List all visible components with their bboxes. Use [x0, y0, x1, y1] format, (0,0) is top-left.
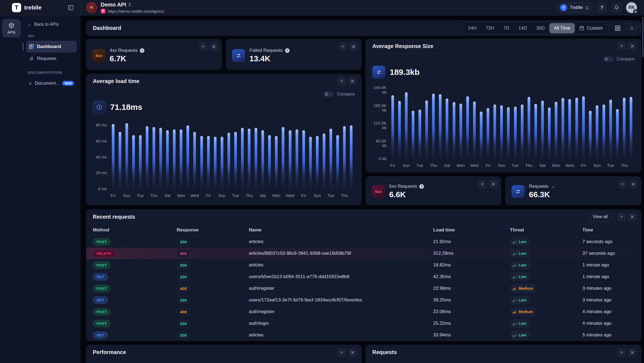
threat-level-icon: [513, 240, 516, 244]
move-widget-button[interactable]: [617, 42, 626, 50]
back-to-apis-link[interactable]: ← Back to APIs: [26, 21, 77, 28]
request-time: 4 minutes ago: [582, 309, 635, 314]
swap-arrows-icon: [515, 189, 521, 195]
main-content: Dashboard 24H72H7D14D30DAll Time Custom …: [80, 15, 644, 363]
x-tick-label: Sat: [164, 193, 171, 198]
compare-toggle[interactable]: [324, 91, 334, 97]
move-widget-button[interactable]: [337, 348, 346, 357]
bar-column: [334, 119, 341, 189]
close-widget-button[interactable]: [349, 42, 358, 51]
workspace-switcher[interactable]: T Treblle: [558, 2, 592, 13]
close-widget-button[interactable]: [628, 212, 637, 221]
close-widget-button[interactable]: [348, 77, 357, 85]
range-button-all-time[interactable]: All Time: [549, 23, 575, 33]
bar-column: [321, 119, 327, 189]
request-row[interactable]: POST200articles21.92msLow7 seconds ago: [86, 236, 641, 248]
load-time: 25.22ms: [433, 321, 510, 326]
bar: [139, 135, 142, 189]
bar: [268, 135, 271, 189]
bar: [125, 123, 128, 189]
range-button-24h[interactable]: 24H: [463, 23, 481, 33]
close-widget-button[interactable]: [489, 180, 498, 189]
bar: [207, 136, 210, 189]
x-tick-label: Thu: [150, 193, 157, 198]
card-failed-requests: Failed Requestsi 13.4K: [226, 39, 361, 70]
sidebar-section-documentation: DOCUMENTATION: [28, 71, 75, 75]
x-tick-label: Mon: [272, 193, 280, 198]
close-widget-button[interactable]: [628, 348, 637, 357]
move-widget-button[interactable]: [617, 348, 626, 357]
x-tick-label: Thu: [246, 193, 253, 198]
request-row[interactable]: GET200users/b5ee1b13-b094-3511-a776-ddd1…: [86, 271, 641, 283]
star-icon: ☆: [629, 25, 634, 31]
rail-item-apis[interactable]: APIs: [2, 19, 21, 37]
close-widget-button[interactable]: [348, 348, 357, 357]
move-widget-button[interactable]: [478, 180, 487, 189]
bar-column: [157, 119, 164, 189]
bar: [159, 128, 162, 189]
sidebar-collapse-button[interactable]: [68, 4, 74, 11]
info-icon[interactable]: i: [285, 48, 290, 53]
threat-level-icon: [513, 287, 516, 290]
sidebar-item-requests[interactable]: Requests: [26, 53, 77, 65]
bar-column: Sun: [218, 119, 225, 189]
bar: [459, 104, 462, 159]
range-button-7d[interactable]: 7D: [499, 23, 514, 33]
bar: [214, 137, 217, 189]
bar-column: [293, 119, 300, 189]
arrow-right-icon: →: [551, 184, 555, 189]
threat-level-icon: [513, 310, 516, 314]
threat-label: Low: [519, 240, 526, 244]
column-header-response: Response: [177, 227, 249, 233]
time-range-group: 24H72H7D14D30DAll Time Custom: [461, 22, 609, 34]
request-row[interactable]: GET200users/172eaf13-3e7f-3d79-9acf-1834…: [86, 294, 641, 306]
close-icon: [630, 44, 634, 48]
calendar-icon: [579, 26, 584, 31]
sidebar-item-dashboard[interactable]: Dashboard: [26, 41, 77, 53]
request-row[interactable]: POST200articles18.82msLow1 minute ago: [86, 259, 641, 271]
move-widget-button[interactable]: [618, 180, 627, 189]
move-widget-button[interactable]: [338, 42, 347, 51]
request-row[interactable]: DELETE500articles/88037c50-96c9-3941-936…: [86, 248, 641, 259]
threat-label: Low: [519, 298, 526, 302]
bar: [316, 136, 319, 189]
request-row[interactable]: POST400auth/register22.99msMedium3 minut…: [86, 283, 641, 294]
api-switcher[interactable]: Demo API P https://demo.treblle.com/api/…: [80, 2, 164, 14]
close-widget-button[interactable]: [210, 42, 218, 51]
bar-column: [239, 119, 246, 189]
bar-column: [130, 119, 137, 189]
move-widget-button[interactable]: [199, 42, 207, 51]
brand-area: T treblle: [0, 0, 80, 15]
custom-range-button[interactable]: Custom: [575, 23, 607, 33]
bar: [425, 100, 428, 159]
move-widget-button[interactable]: [617, 212, 626, 221]
range-button-30d[interactable]: 30D: [532, 23, 549, 33]
favorite-button[interactable]: ☆: [626, 23, 637, 34]
response-code-badge: 200: [177, 273, 190, 281]
bar: [323, 133, 325, 189]
bar: [412, 111, 414, 159]
view-all-button[interactable]: View all: [588, 212, 613, 222]
dashboard-header: Dashboard 24H72H7D14D30DAll Time Custom …: [86, 20, 641, 36]
close-widget-button[interactable]: [629, 180, 638, 189]
range-button-72h[interactable]: 72H: [481, 23, 499, 33]
close-widget-button[interactable]: [628, 42, 637, 50]
bar-column: [560, 88, 566, 159]
layout-grid-button[interactable]: [612, 23, 623, 34]
notifications-button[interactable]: [611, 2, 622, 13]
compare-toggle[interactable]: [604, 56, 614, 62]
request-row[interactable]: POST200auth/login25.22msLow4 minutes ago: [86, 318, 641, 329]
bar: [132, 135, 135, 189]
bar: [166, 130, 169, 189]
user-avatar[interactable]: RK ▾: [626, 2, 637, 13]
info-icon[interactable]: i: [419, 184, 424, 189]
request-row[interactable]: POST400auth/register22.06msMedium4 minut…: [86, 306, 641, 318]
sidebar-item-documentation[interactable]: Document... NEW: [26, 77, 77, 89]
range-button-14d[interactable]: 14D: [514, 23, 532, 33]
info-icon[interactable]: i: [140, 48, 144, 53]
move-widget-button[interactable]: [337, 77, 346, 85]
bar: [248, 129, 250, 189]
help-button[interactable]: ?: [597, 2, 607, 13]
request-row[interactable]: GET200articles33.94msLow5 minutes ago: [86, 329, 641, 341]
scrollbar[interactable]: [642, 17, 643, 58]
